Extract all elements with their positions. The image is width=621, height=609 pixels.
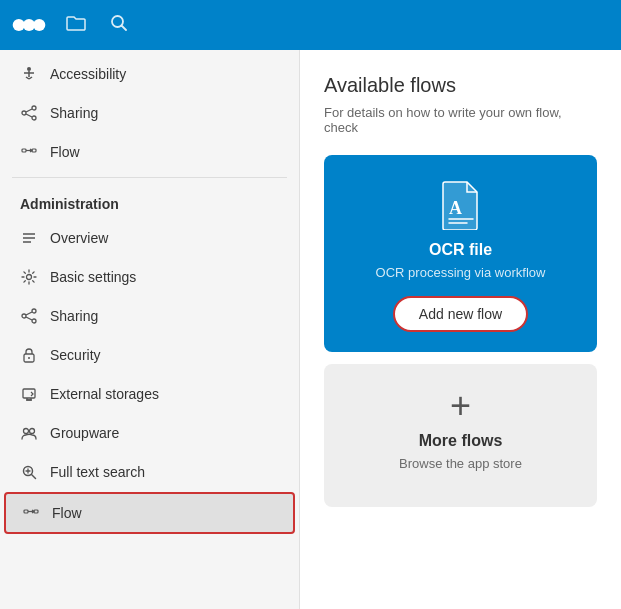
overview-icon	[20, 229, 38, 247]
svg-line-34	[32, 475, 36, 479]
topbar	[0, 0, 621, 50]
sidebar-item-security[interactable]: Security	[4, 336, 295, 374]
sidebar-item-sharing-personal[interactable]: Sharing	[4, 94, 295, 132]
gear-icon	[20, 268, 38, 286]
main-content: Available flows For details on how to wr…	[300, 50, 621, 609]
sidebar-item-external-storages-label: External storages	[50, 386, 159, 402]
sidebar-item-accessibility[interactable]: Accessibility	[4, 55, 295, 93]
share-icon	[20, 104, 38, 122]
plus-icon: +	[450, 388, 471, 424]
add-new-flow-button[interactable]: Add new flow	[393, 296, 528, 332]
app-logo[interactable]	[12, 14, 46, 36]
svg-point-24	[32, 319, 36, 323]
svg-point-22	[32, 309, 36, 313]
ocr-card-title: OCR file	[429, 241, 492, 259]
svg-line-14	[26, 114, 32, 117]
svg-line-4	[122, 25, 127, 30]
accessibility-icon	[20, 65, 38, 83]
lock-icon	[20, 346, 38, 364]
flow-personal-icon	[20, 143, 38, 161]
svg-line-13	[26, 109, 32, 112]
svg-point-23	[22, 314, 26, 318]
sidebar-item-overview[interactable]: Overview	[4, 219, 295, 257]
ocr-flow-card: A OCR file OCR processing via workflow A…	[324, 155, 597, 352]
flow-admin-icon	[22, 504, 40, 522]
page-subtitle: For details on how to write your own flo…	[324, 105, 597, 135]
ocr-card-subtitle: OCR processing via workflow	[376, 265, 546, 280]
sidebar-item-accessibility-label: Accessibility	[50, 66, 126, 82]
nextcloud-logo-svg	[12, 14, 46, 36]
svg-point-12	[32, 116, 36, 120]
svg-point-32	[30, 429, 35, 434]
sidebar-item-basic-settings-label: Basic settings	[50, 269, 136, 285]
svg-point-11	[22, 111, 26, 115]
sidebar-item-full-text-search[interactable]: Full text search	[4, 453, 295, 491]
page-title: Available flows	[324, 74, 597, 97]
svg-line-9	[29, 77, 32, 79]
svg-rect-15	[22, 149, 26, 152]
svg-point-10	[32, 106, 36, 110]
svg-point-2	[33, 19, 45, 31]
sidebar-item-flow-personal[interactable]: Flow	[4, 133, 295, 171]
more-flows-subtitle: Browse the app store	[399, 456, 522, 471]
sidebar-item-basic-settings[interactable]: Basic settings	[4, 258, 295, 296]
sidebar-item-groupware[interactable]: Groupware	[4, 414, 295, 452]
svg-point-31	[24, 429, 29, 434]
share-admin-icon	[20, 307, 38, 325]
sidebar-item-flow-personal-label: Flow	[50, 144, 80, 160]
svg-point-21	[27, 275, 32, 280]
svg-line-26	[26, 317, 32, 320]
sidebar-item-external-storages[interactable]: External storages	[4, 375, 295, 413]
full-text-search-icon	[20, 463, 38, 481]
sidebar-item-overview-label: Overview	[50, 230, 108, 246]
more-flows-card[interactable]: + More flows Browse the app store	[324, 364, 597, 507]
svg-text:A: A	[449, 198, 462, 218]
svg-point-5	[27, 67, 31, 71]
sidebar-item-full-text-search-label: Full text search	[50, 464, 145, 480]
sidebar-item-sharing-label: Sharing	[50, 105, 98, 121]
ocr-card-icon: A	[435, 179, 487, 231]
sidebar-divider	[12, 177, 287, 178]
sidebar-item-sharing-admin[interactable]: Sharing	[4, 297, 295, 335]
main-layout: Accessibility Sharing	[0, 50, 621, 609]
folder-icon[interactable]	[62, 10, 90, 41]
groupware-icon	[20, 424, 38, 442]
sidebar-item-sharing-admin-label: Sharing	[50, 308, 98, 324]
sidebar-item-groupware-label: Groupware	[50, 425, 119, 441]
sidebar-item-flow-admin-label: Flow	[52, 505, 82, 521]
sidebar: Accessibility Sharing	[0, 50, 300, 609]
svg-line-8	[26, 77, 29, 79]
sidebar-item-security-label: Security	[50, 347, 101, 363]
svg-rect-37	[24, 510, 28, 513]
sidebar-item-flow-admin[interactable]: Flow	[4, 492, 295, 534]
logo-circles	[12, 14, 46, 36]
external-storages-icon	[20, 385, 38, 403]
search-icon[interactable]	[106, 10, 132, 41]
admin-section-header: Administration	[0, 184, 299, 218]
svg-line-25	[26, 312, 32, 315]
svg-point-28	[28, 357, 30, 359]
more-flows-title: More flows	[419, 432, 503, 450]
